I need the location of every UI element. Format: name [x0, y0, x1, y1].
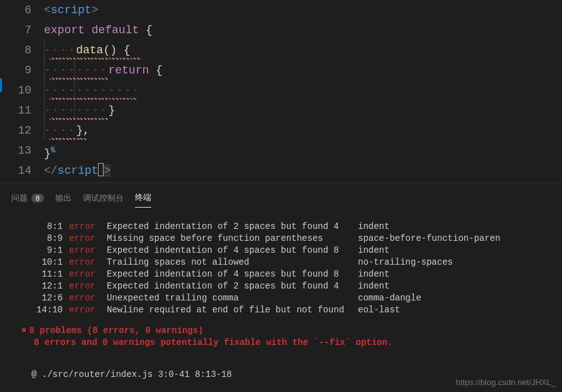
line-number: 13 — [0, 140, 31, 161]
activity-bar-marker — [0, 78, 2, 92]
line-number: 11 — [0, 100, 31, 120]
code-content[interactable]: <script> export default { ····data() { ·… — [44, 0, 562, 183]
lint-rule: space-before-function-paren — [358, 233, 500, 245]
lint-error-row: 12:1errorExpected indentation of 2 space… — [25, 280, 549, 292]
error-x-icon: ✖ — [21, 325, 26, 337]
line-number: 6 — [0, 0, 31, 20]
lint-level: error — [69, 245, 107, 257]
tab-terminal[interactable]: 终端 — [135, 188, 151, 208]
code-line[interactable]: ····data() { — [44, 40, 562, 60]
lint-summary: ✖ 8 problems (8 errors, 0 warnings) — [21, 325, 549, 337]
lint-level: error — [69, 280, 107, 292]
lint-location: 12:1 — [25, 280, 69, 292]
tab-debug-console[interactable]: 调试控制台 — [83, 189, 124, 208]
line-number: 14 — [0, 161, 31, 181]
tab-problems[interactable]: 问题 8 — [11, 189, 44, 208]
lint-error-row: 11:1errorExpected indentation of 4 space… — [25, 268, 549, 280]
code-line[interactable]: ····}, — [44, 120, 562, 140]
lint-location: 11:1 — [25, 268, 69, 280]
panel-tab-bar: 问题 8 输出 调试控制台 终端 — [0, 183, 562, 213]
lint-fixable-hint: 8 errors and 0 warnings potentially fixa… — [34, 337, 549, 349]
code-line[interactable]: }% — [44, 140, 562, 161]
lint-error-row: 10:1errorTrailing spaces not allowedno-t… — [25, 257, 549, 268]
lint-message: Expected indentation of 2 spaces but fou… — [107, 280, 358, 292]
code-line[interactable]: export default { — [44, 20, 562, 40]
code-line[interactable]: <script> — [44, 0, 562, 20]
lint-level: error — [69, 292, 107, 304]
lint-location: 8:1 — [25, 221, 69, 233]
lint-message: Expected indentation of 4 spaces but fou… — [107, 268, 358, 280]
terminal-output[interactable]: 8:1errorExpected indentation of 2 spaces… — [0, 213, 562, 387]
code-line[interactable]: </script> — [44, 161, 562, 181]
lint-rule: eol-last — [358, 304, 400, 316]
lint-rule: indent — [358, 221, 389, 233]
lint-error-row: 12:6errorUnexpected trailing commacomma-… — [25, 292, 549, 304]
collapse-icon: % — [51, 146, 55, 155]
line-number-gutter: 6 7 8 9 10 11 12 13 14 — [0, 0, 44, 183]
lint-level: error — [69, 268, 107, 280]
lint-rule: comma-dangle — [358, 292, 421, 304]
watermark: https://blog.csdn.net/JHXL_ — [456, 378, 556, 387]
lint-error-row: 9:1errorExpected indentation of 4 spaces… — [25, 245, 549, 257]
lint-level: error — [69, 233, 107, 245]
lint-message: Unexpected trailing comma — [107, 292, 358, 304]
lint-location: 9:1 — [25, 245, 69, 257]
lint-location: 12:6 — [25, 292, 69, 304]
tab-output[interactable]: 输出 — [55, 189, 72, 208]
line-number: 12 — [0, 120, 31, 140]
bottom-panel: 问题 8 输出 调试控制台 终端 8:1errorExpected indent… — [0, 183, 562, 392]
code-editor[interactable]: 6 7 8 9 10 11 12 13 14 <script> export d… — [0, 0, 562, 183]
line-number: 10 — [0, 80, 31, 100]
lint-message: Expected indentation of 4 spaces but fou… — [107, 245, 358, 257]
lint-error-row: 8:9errorMissing space before function pa… — [25, 233, 549, 245]
problems-count-badge: 8 — [31, 194, 44, 203]
lint-error-row: 8:1errorExpected indentation of 2 spaces… — [25, 221, 549, 233]
lint-level: error — [69, 221, 107, 233]
lint-location: 8:9 — [25, 233, 69, 245]
line-number: 8 — [0, 40, 31, 60]
code-line[interactable]: ········return { — [44, 60, 562, 80]
lint-error-row: 14:10errorNewline required at end of fil… — [25, 304, 549, 316]
lint-message: Missing space before function parenthese… — [107, 233, 358, 245]
lint-location: 10:1 — [25, 257, 69, 268]
lint-message: Newline required at end of file but not … — [107, 304, 358, 316]
lint-level: error — [69, 304, 107, 316]
lint-message: Trailing spaces not allowed — [107, 257, 358, 268]
code-line[interactable]: ········} — [44, 100, 562, 120]
code-line[interactable]: ············ — [44, 80, 562, 100]
lint-rule: indent — [358, 280, 389, 292]
lint-location: 14:10 — [25, 304, 69, 316]
lint-rule: indent — [358, 245, 389, 257]
lint-message: Expected indentation of 2 spaces but fou… — [107, 221, 358, 233]
lint-level: error — [69, 257, 107, 268]
lint-rule: no-trailing-spaces — [358, 257, 453, 268]
tab-label: 问题 — [11, 193, 28, 204]
line-number: 7 — [0, 20, 31, 40]
lint-rule: indent — [358, 268, 389, 280]
line-number: 9 — [0, 60, 31, 80]
